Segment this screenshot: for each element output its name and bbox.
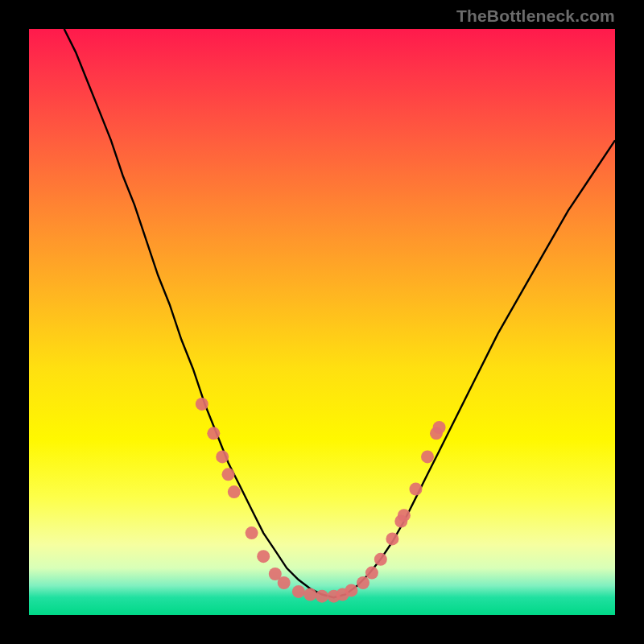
plot-area [29, 29, 615, 615]
chart-svg [29, 29, 615, 615]
data-point [433, 421, 446, 434]
data-point [365, 567, 378, 580]
data-points [196, 398, 446, 603]
data-point [398, 509, 411, 522]
data-point [345, 584, 357, 597]
data-point [316, 590, 328, 603]
data-point [410, 483, 423, 496]
data-point [216, 450, 229, 463]
data-point [386, 532, 398, 545]
data-point [257, 550, 270, 563]
data-point [421, 450, 434, 463]
data-point [228, 485, 241, 498]
data-point [207, 427, 220, 440]
data-point [222, 468, 235, 481]
bottleneck-curve [64, 29, 615, 597]
data-point [246, 526, 258, 539]
source-watermark: TheBottleneck.com [456, 6, 615, 26]
data-point [196, 398, 208, 411]
data-point [357, 576, 369, 589]
data-point [303, 588, 316, 601]
data-point [278, 576, 291, 589]
data-point [292, 585, 305, 598]
data-point [374, 553, 387, 566]
